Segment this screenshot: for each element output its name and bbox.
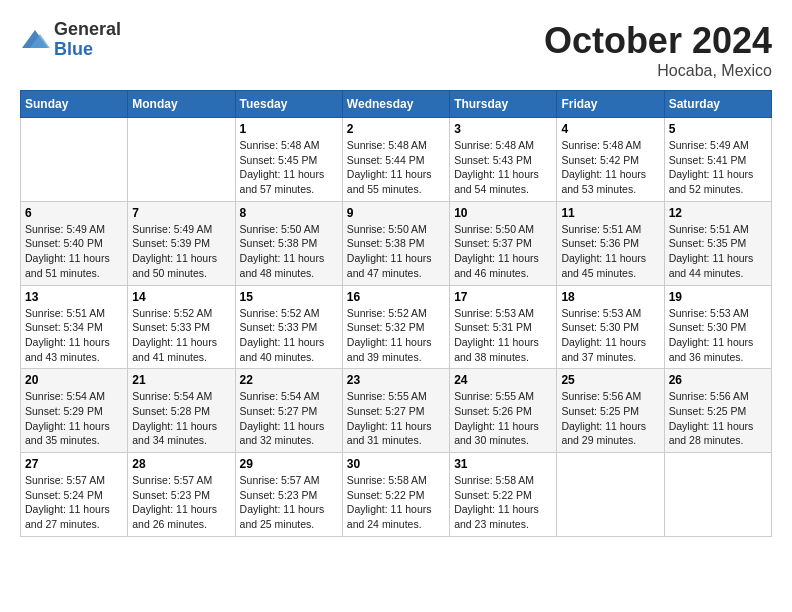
- day-number: 30: [347, 457, 445, 471]
- month-title: October 2024: [544, 20, 772, 62]
- day-number: 28: [132, 457, 230, 471]
- calendar-cell: 28Sunrise: 5:57 AM Sunset: 5:23 PM Dayli…: [128, 453, 235, 537]
- cell-info: Sunrise: 5:57 AM Sunset: 5:23 PM Dayligh…: [132, 473, 230, 532]
- cell-info: Sunrise: 5:54 AM Sunset: 5:28 PM Dayligh…: [132, 389, 230, 448]
- calendar-cell: 31Sunrise: 5:58 AM Sunset: 5:22 PM Dayli…: [450, 453, 557, 537]
- weekday-header-sunday: Sunday: [21, 91, 128, 118]
- day-number: 10: [454, 206, 552, 220]
- calendar-cell: 26Sunrise: 5:56 AM Sunset: 5:25 PM Dayli…: [664, 369, 771, 453]
- calendar-cell: 27Sunrise: 5:57 AM Sunset: 5:24 PM Dayli…: [21, 453, 128, 537]
- calendar-cell: 29Sunrise: 5:57 AM Sunset: 5:23 PM Dayli…: [235, 453, 342, 537]
- cell-info: Sunrise: 5:53 AM Sunset: 5:30 PM Dayligh…: [669, 306, 767, 365]
- cell-info: Sunrise: 5:49 AM Sunset: 5:39 PM Dayligh…: [132, 222, 230, 281]
- day-number: 6: [25, 206, 123, 220]
- cell-info: Sunrise: 5:48 AM Sunset: 5:45 PM Dayligh…: [240, 138, 338, 197]
- calendar-cell: [21, 118, 128, 202]
- day-number: 25: [561, 373, 659, 387]
- day-number: 26: [669, 373, 767, 387]
- cell-info: Sunrise: 5:48 AM Sunset: 5:43 PM Dayligh…: [454, 138, 552, 197]
- calendar-cell: 4Sunrise: 5:48 AM Sunset: 5:42 PM Daylig…: [557, 118, 664, 202]
- calendar-week-4: 20Sunrise: 5:54 AM Sunset: 5:29 PM Dayli…: [21, 369, 772, 453]
- page-header: General Blue October 2024 Hocaba, Mexico: [20, 20, 772, 80]
- cell-info: Sunrise: 5:56 AM Sunset: 5:25 PM Dayligh…: [561, 389, 659, 448]
- calendar-cell: 5Sunrise: 5:49 AM Sunset: 5:41 PM Daylig…: [664, 118, 771, 202]
- calendar-cell: 2Sunrise: 5:48 AM Sunset: 5:44 PM Daylig…: [342, 118, 449, 202]
- calendar-cell: 20Sunrise: 5:54 AM Sunset: 5:29 PM Dayli…: [21, 369, 128, 453]
- calendar-week-3: 13Sunrise: 5:51 AM Sunset: 5:34 PM Dayli…: [21, 285, 772, 369]
- calendar-cell: 12Sunrise: 5:51 AM Sunset: 5:35 PM Dayli…: [664, 201, 771, 285]
- cell-info: Sunrise: 5:51 AM Sunset: 5:36 PM Dayligh…: [561, 222, 659, 281]
- logo-blue-text: Blue: [54, 40, 121, 60]
- weekday-header-thursday: Thursday: [450, 91, 557, 118]
- day-number: 20: [25, 373, 123, 387]
- calendar-cell: 22Sunrise: 5:54 AM Sunset: 5:27 PM Dayli…: [235, 369, 342, 453]
- logo-general-text: General: [54, 20, 121, 40]
- calendar-cell: 18Sunrise: 5:53 AM Sunset: 5:30 PM Dayli…: [557, 285, 664, 369]
- weekday-header-tuesday: Tuesday: [235, 91, 342, 118]
- day-number: 27: [25, 457, 123, 471]
- day-number: 5: [669, 122, 767, 136]
- cell-info: Sunrise: 5:53 AM Sunset: 5:30 PM Dayligh…: [561, 306, 659, 365]
- day-number: 29: [240, 457, 338, 471]
- calendar-table: SundayMondayTuesdayWednesdayThursdayFrid…: [20, 90, 772, 537]
- calendar-cell: 7Sunrise: 5:49 AM Sunset: 5:39 PM Daylig…: [128, 201, 235, 285]
- cell-info: Sunrise: 5:49 AM Sunset: 5:41 PM Dayligh…: [669, 138, 767, 197]
- calendar-cell: 13Sunrise: 5:51 AM Sunset: 5:34 PM Dayli…: [21, 285, 128, 369]
- calendar-cell: 14Sunrise: 5:52 AM Sunset: 5:33 PM Dayli…: [128, 285, 235, 369]
- calendar-cell: 15Sunrise: 5:52 AM Sunset: 5:33 PM Dayli…: [235, 285, 342, 369]
- cell-info: Sunrise: 5:50 AM Sunset: 5:37 PM Dayligh…: [454, 222, 552, 281]
- cell-info: Sunrise: 5:54 AM Sunset: 5:29 PM Dayligh…: [25, 389, 123, 448]
- calendar-cell: 9Sunrise: 5:50 AM Sunset: 5:38 PM Daylig…: [342, 201, 449, 285]
- logo: General Blue: [20, 20, 121, 60]
- day-number: 31: [454, 457, 552, 471]
- cell-info: Sunrise: 5:51 AM Sunset: 5:34 PM Dayligh…: [25, 306, 123, 365]
- day-number: 8: [240, 206, 338, 220]
- day-number: 15: [240, 290, 338, 304]
- calendar-cell: 23Sunrise: 5:55 AM Sunset: 5:27 PM Dayli…: [342, 369, 449, 453]
- calendar-week-1: 1Sunrise: 5:48 AM Sunset: 5:45 PM Daylig…: [21, 118, 772, 202]
- day-number: 11: [561, 206, 659, 220]
- title-block: October 2024 Hocaba, Mexico: [544, 20, 772, 80]
- calendar-cell: 16Sunrise: 5:52 AM Sunset: 5:32 PM Dayli…: [342, 285, 449, 369]
- calendar-cell: 25Sunrise: 5:56 AM Sunset: 5:25 PM Dayli…: [557, 369, 664, 453]
- calendar-cell: [557, 453, 664, 537]
- day-number: 9: [347, 206, 445, 220]
- calendar-cell: 6Sunrise: 5:49 AM Sunset: 5:40 PM Daylig…: [21, 201, 128, 285]
- weekday-header-friday: Friday: [557, 91, 664, 118]
- calendar-cell: 3Sunrise: 5:48 AM Sunset: 5:43 PM Daylig…: [450, 118, 557, 202]
- day-number: 23: [347, 373, 445, 387]
- cell-info: Sunrise: 5:49 AM Sunset: 5:40 PM Dayligh…: [25, 222, 123, 281]
- day-number: 17: [454, 290, 552, 304]
- calendar-cell: 11Sunrise: 5:51 AM Sunset: 5:36 PM Dayli…: [557, 201, 664, 285]
- cell-info: Sunrise: 5:52 AM Sunset: 5:33 PM Dayligh…: [240, 306, 338, 365]
- location: Hocaba, Mexico: [544, 62, 772, 80]
- cell-info: Sunrise: 5:57 AM Sunset: 5:23 PM Dayligh…: [240, 473, 338, 532]
- calendar-header: SundayMondayTuesdayWednesdayThursdayFrid…: [21, 91, 772, 118]
- cell-info: Sunrise: 5:48 AM Sunset: 5:42 PM Dayligh…: [561, 138, 659, 197]
- day-number: 3: [454, 122, 552, 136]
- calendar-cell: [664, 453, 771, 537]
- cell-info: Sunrise: 5:55 AM Sunset: 5:27 PM Dayligh…: [347, 389, 445, 448]
- cell-info: Sunrise: 5:57 AM Sunset: 5:24 PM Dayligh…: [25, 473, 123, 532]
- logo-text: General Blue: [54, 20, 121, 60]
- day-number: 16: [347, 290, 445, 304]
- weekday-header-saturday: Saturday: [664, 91, 771, 118]
- logo-icon: [20, 28, 50, 52]
- cell-info: Sunrise: 5:58 AM Sunset: 5:22 PM Dayligh…: [454, 473, 552, 532]
- day-number: 24: [454, 373, 552, 387]
- cell-info: Sunrise: 5:50 AM Sunset: 5:38 PM Dayligh…: [347, 222, 445, 281]
- day-number: 21: [132, 373, 230, 387]
- cell-info: Sunrise: 5:58 AM Sunset: 5:22 PM Dayligh…: [347, 473, 445, 532]
- calendar-cell: 24Sunrise: 5:55 AM Sunset: 5:26 PM Dayli…: [450, 369, 557, 453]
- cell-info: Sunrise: 5:51 AM Sunset: 5:35 PM Dayligh…: [669, 222, 767, 281]
- calendar-week-5: 27Sunrise: 5:57 AM Sunset: 5:24 PM Dayli…: [21, 453, 772, 537]
- weekday-header-monday: Monday: [128, 91, 235, 118]
- day-number: 14: [132, 290, 230, 304]
- calendar-body: 1Sunrise: 5:48 AM Sunset: 5:45 PM Daylig…: [21, 118, 772, 537]
- day-number: 22: [240, 373, 338, 387]
- cell-info: Sunrise: 5:54 AM Sunset: 5:27 PM Dayligh…: [240, 389, 338, 448]
- calendar-cell: 17Sunrise: 5:53 AM Sunset: 5:31 PM Dayli…: [450, 285, 557, 369]
- day-number: 12: [669, 206, 767, 220]
- day-number: 4: [561, 122, 659, 136]
- cell-info: Sunrise: 5:55 AM Sunset: 5:26 PM Dayligh…: [454, 389, 552, 448]
